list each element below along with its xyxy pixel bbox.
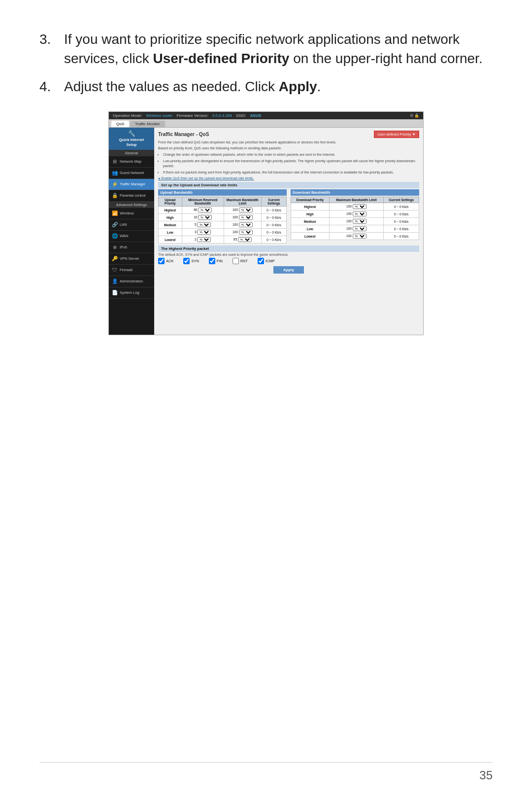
ack-checkbox[interactable] <box>158 258 165 264</box>
user-defined-label: User-defined Priority <box>377 132 411 137</box>
parental-control-icon: 🔒 <box>112 193 118 199</box>
min-high-select[interactable]: % <box>198 215 212 220</box>
checkbox-fin[interactable]: FIN <box>209 258 223 264</box>
checkbox-icmp[interactable]: ICMP <box>258 258 275 264</box>
min-medium: 5 % <box>182 221 224 229</box>
current-highest: 0 ~ 0 Kb/s <box>261 207 286 214</box>
dl-max-highest: 100 % <box>329 203 384 210</box>
upload-col-min: Minimum Reserved Bandwidth <box>182 197 224 207</box>
section-header-bandwidth: Set up the Upload and Download rate limi… <box>158 182 419 188</box>
download-table: Download Priority Maximum Bandwidth Limi… <box>291 197 419 240</box>
checkbox-ack[interactable]: ACK <box>158 258 173 264</box>
max-highest-select[interactable]: % <box>239 208 253 212</box>
highest-priority-section: The Highest Priority packet <box>158 245 419 252</box>
tab-traffic-monitor[interactable]: Traffic Monitor <box>130 121 165 127</box>
table-row: Highest 100 % 0 ~ 0 Kb/s <box>291 203 419 210</box>
sidebar-item-network-map[interactable]: ⊞ Network Map <box>109 156 154 168</box>
table-row: Medium 5 % 100 % 0 ~ 0 Kb/s <box>159 221 287 229</box>
checkbox-syn[interactable]: SYN <box>183 258 199 264</box>
sidebar-quick-setup[interactable]: 🔧 Quick InternetSetup <box>109 128 154 150</box>
content-title: Traffic Manager - QoS <box>158 132 209 137</box>
firewall-icon: 🛡 <box>112 267 118 273</box>
sidebar-label-lan: LAN <box>120 222 127 227</box>
dl-max-highest-select[interactable]: % <box>353 204 366 209</box>
current-lowest: 0 ~ 0 Kb/s <box>261 236 286 244</box>
guest-network-icon: 👥 <box>112 170 118 176</box>
checkboxes-row: ACK SYN FIN RST ICMP <box>158 258 419 264</box>
sidebar-item-vpn-server[interactable]: 🔑 VPN Server <box>109 253 154 265</box>
dl-current-lowest: 0 ~ 0 Kb/s <box>384 233 419 240</box>
max-low: 100 % <box>224 229 261 236</box>
instruction-list: 3. If you want to prioritize specific ne… <box>39 30 493 97</box>
dl-priority-medium: Medium <box>291 218 330 225</box>
instruction-4: 4. Adjust the values as needed. Click Ap… <box>39 77 493 96</box>
sidebar-label-guest-network: Guest Network <box>120 171 144 175</box>
sidebar-item-parental-control[interactable]: 🔒 Parental control <box>109 190 154 202</box>
desc-text-1: From the User-defined QoS rules dropdown… <box>158 140 419 145</box>
dl-priority-high: High <box>291 210 330 218</box>
tab-qos[interactable]: QoS <box>111 121 129 127</box>
bullet-2: Low-priority packets are disregarded to … <box>163 159 419 169</box>
sidebar-label-system-log: System Log <box>120 290 139 295</box>
min-low: 3 % <box>182 229 224 236</box>
table-row: Highest 80 % 100 % 0 ~ 0 Kb/s <box>159 207 287 214</box>
sidebar-item-wan[interactable]: 🌐 WAN <box>109 231 154 242</box>
min-medium-select[interactable]: % <box>197 222 211 227</box>
dl-priority-highest: Highest <box>291 203 330 210</box>
ssid-label: SSID: <box>236 113 246 118</box>
min-high: 10 % <box>182 214 224 221</box>
bullet-list: Change the order of upstream network pac… <box>163 152 419 175</box>
apply-button[interactable]: Apply <box>273 266 304 274</box>
min-lowest-select[interactable]: % <box>197 237 211 242</box>
min-low-select[interactable]: % <box>197 230 211 235</box>
dl-max-lowest-select[interactable]: % <box>353 234 366 239</box>
max-medium-select[interactable]: % <box>239 222 253 227</box>
table-row: High 100 % 0 ~ 0 Kb/s <box>291 210 419 218</box>
administration-icon: 👤 <box>112 279 118 284</box>
page-divider <box>39 762 493 763</box>
ssid-value: ASUS <box>250 113 261 118</box>
max-highest: 100 % <box>224 207 261 214</box>
icmp-checkbox[interactable] <box>258 258 264 264</box>
router-sidebar: 🔧 Quick InternetSetup General ⊞ Network … <box>109 128 154 335</box>
sidebar-item-ipv6[interactable]: ⊕ IPv6 <box>109 242 154 253</box>
dl-max-high-select[interactable]: % <box>353 211 366 216</box>
min-highest: 80 % <box>182 207 224 214</box>
table-row: Lowest 100 % 0 ~ 0 Kb/s <box>291 233 419 240</box>
dl-current-highest: 0 ~ 0 Kb/s <box>384 203 419 210</box>
sidebar-item-guest-network[interactable]: 👥 Guest Network <box>109 168 154 179</box>
max-high-select[interactable]: % <box>239 215 253 220</box>
sidebar-item-wireless[interactable]: 📶 Wireless <box>109 208 154 219</box>
max-high: 100 % <box>224 214 261 221</box>
sidebar-item-administration[interactable]: 👤 Administration <box>109 276 154 287</box>
syn-checkbox[interactable] <box>183 258 190 264</box>
dl-current-low: 0 ~ 0 Kb/s <box>384 225 419 233</box>
max-lowest-select[interactable]: % <box>238 237 252 242</box>
dl-max-low: 100 % <box>329 225 384 233</box>
dl-max-low-select[interactable]: % <box>353 226 366 231</box>
sidebar-label-administration: Administration <box>120 279 143 283</box>
enable-link[interactable]: ● Enable QoS then set up the upload and … <box>158 176 419 180</box>
priority-low: Low <box>159 229 182 236</box>
checkbox-rst[interactable]: RST <box>233 258 248 264</box>
sidebar-item-lan[interactable]: 🔗 LAN <box>109 219 154 231</box>
system-log-icon: 📄 <box>112 290 118 296</box>
sidebar-item-firewall[interactable]: 🛡 Firewall <box>109 265 154 276</box>
current-medium: 0 ~ 0 Kb/s <box>261 221 286 229</box>
user-defined-priority-button[interactable]: User-defined Priority ▼ <box>374 131 419 138</box>
sidebar-label-parental-control: Parental control <box>120 193 146 198</box>
priority-lowest: Lowest <box>159 236 182 244</box>
min-highest-select[interactable]: % <box>198 208 212 212</box>
max-low-select[interactable]: % <box>239 230 253 235</box>
fin-checkbox[interactable] <box>209 258 215 264</box>
instruction-3: 3. If you want to prioritize specific ne… <box>39 30 493 68</box>
max-lowest: 95 % <box>224 236 261 244</box>
priority-high: High <box>159 214 182 221</box>
rst-checkbox[interactable] <box>233 258 239 264</box>
dl-max-medium-select[interactable]: % <box>353 219 366 224</box>
upload-header: Upload Bandwidth <box>158 189 287 196</box>
sidebar-item-system-log[interactable]: 📄 System Log <box>109 287 154 299</box>
sidebar-item-traffic-manager[interactable]: ⚡ Traffic Manager <box>109 179 154 190</box>
network-map-icon: ⊞ <box>112 159 118 165</box>
dl-max-lowest: 100 % <box>329 233 384 240</box>
